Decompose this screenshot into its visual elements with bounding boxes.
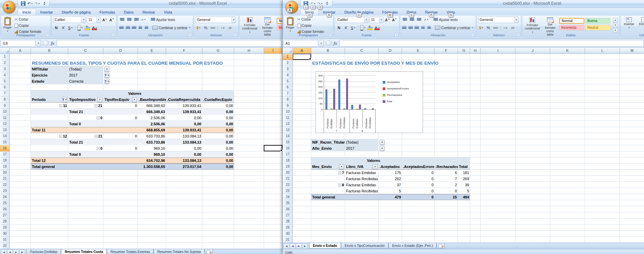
cell-C23[interactable]: Facturas Recibidas xyxy=(345,188,379,194)
sheet-tab-0[interactable]: Facturas Emitidas xyxy=(26,249,61,254)
cell-D20[interactable]: 175 xyxy=(379,170,402,176)
row-header-26[interactable]: 26 xyxy=(283,206,293,212)
cell-C15[interactable]: (Todas) xyxy=(345,139,379,145)
cell-F17[interactable]: 0,00 xyxy=(166,151,202,157)
tab-inicio[interactable]: Inicio xyxy=(18,9,36,15)
cell-F19[interactable]: 273.017,54 xyxy=(166,164,202,170)
cell-B20[interactable]: -7 xyxy=(311,170,345,176)
wrap-text-button[interactable]: Ajustar texto xyxy=(433,17,459,23)
cell-B16[interactable]: Año_Envio xyxy=(311,145,345,151)
thousands-button[interactable]: 000 xyxy=(210,25,216,31)
column-header-H[interactable]: H xyxy=(470,48,481,54)
dialog-launcher-icon[interactable]: ↘ xyxy=(395,33,398,37)
cell-G20[interactable]: 181 xyxy=(458,170,470,176)
row-header-30[interactable]: 30 xyxy=(0,231,10,237)
tab-datos[interactable]: Datos xyxy=(119,9,138,15)
sheet-first-button[interactable]: ◀ xyxy=(1,250,7,254)
filter-dropdown-button[interactable]: ▼ xyxy=(104,79,109,84)
gallery-up-icon[interactable]: ▲ xyxy=(613,18,618,23)
cell-B13[interactable]: Total 11 xyxy=(31,127,68,133)
sheet-last-button[interactable]: ▶ xyxy=(302,244,308,249)
align-center-button[interactable] xyxy=(125,25,130,31)
shrink-font-button[interactable]: A▼ xyxy=(391,17,398,23)
cell-B19[interactable]: Total general xyxy=(31,164,68,170)
paste-button[interactable]: Pegar▼ xyxy=(2,17,13,34)
row-header-12[interactable]: 12 xyxy=(0,121,10,127)
cut-button[interactable]: ✂Cortar xyxy=(14,17,42,22)
cell-G12[interactable]: 0,00 xyxy=(202,121,234,127)
increase-decimal-button[interactable]: +,0 xyxy=(502,25,508,31)
percent-button[interactable]: % xyxy=(485,25,491,31)
cell-E16[interactable]: 969,10 xyxy=(138,145,166,151)
cell-B8[interactable]: Periodo▼ xyxy=(31,97,68,103)
bold-button[interactable]: N xyxy=(53,25,59,31)
cell-G22[interactable]: 39 xyxy=(458,182,470,188)
row-header-31[interactable]: 31 xyxy=(0,237,10,243)
row-header-17[interactable]: 17 xyxy=(283,151,293,157)
collapse-icon[interactable]: - xyxy=(95,135,98,138)
font-name-combobox[interactable]: Calibri▼ xyxy=(53,17,86,23)
cell-D14[interactable]: 0 xyxy=(103,133,138,139)
cell-F18[interactable]: 133.084,13 xyxy=(166,157,202,164)
cell-F14[interactable]: 133.084,13 xyxy=(166,133,202,139)
align-bottom-button[interactable] xyxy=(416,17,422,23)
cell-G19[interactable]: Total xyxy=(458,164,470,170)
tab-dise-o-de-p-gina[interactable]: Diseño de páginaC xyxy=(340,9,378,15)
select-all-corner[interactable] xyxy=(0,48,10,54)
column-header-K[interactable]: K xyxy=(550,48,585,54)
row-header-23[interactable]: 23 xyxy=(0,188,10,194)
dialog-launcher-icon[interactable]: ↘ xyxy=(517,33,520,37)
row-header-10[interactable]: 10 xyxy=(283,109,293,115)
formula-input[interactable] xyxy=(339,40,644,47)
cell-E14[interactable]: 633.733,86 xyxy=(138,133,166,139)
align-middle-button[interactable] xyxy=(126,17,132,23)
row-header-9[interactable]: 9 xyxy=(283,103,293,109)
sheet-tab-3[interactable]: Resumen Totales No Sujetas xyxy=(154,249,205,254)
font-name-combobox[interactable]: Calibri▼ xyxy=(336,17,368,23)
name-box-dropdown-icon[interactable]: ▼ xyxy=(36,40,41,47)
cell-B2[interactable]: RESUMENES DE BASES, TIPOS Y CUOTAS PARA … xyxy=(31,60,224,66)
dropdown-button[interactable]: ▼ xyxy=(104,67,109,72)
column-header-H[interactable]: H xyxy=(234,48,264,54)
column-header-D[interactable]: D xyxy=(103,48,138,54)
undo-button[interactable]: ↶▼2 xyxy=(310,1,316,6)
grow-font-button[interactable]: A▲ xyxy=(102,17,108,23)
number-format-combobox[interactable]: General▼ xyxy=(196,17,236,23)
underline-button[interactable]: S▼ xyxy=(67,25,74,31)
decrease-decimal-button[interactable]: ,00 xyxy=(227,25,233,31)
tab-inicio[interactable]: InicioO xyxy=(300,9,319,15)
cell-F19[interactable]: .Rechazados xyxy=(435,164,458,170)
row-header-5[interactable]: 5 xyxy=(283,78,293,84)
name-box-dropdown-icon[interactable]: ▼ xyxy=(319,40,324,47)
font-name-dropdown-icon[interactable]: ▼ xyxy=(364,17,368,23)
number-format-dropdown-icon[interactable]: ▼ xyxy=(514,17,518,23)
save-button[interactable] xyxy=(20,1,26,6)
font-color-button[interactable]: A▼ xyxy=(374,25,380,31)
row-header-27[interactable]: 27 xyxy=(0,212,10,218)
conditional-format-button[interactable]: Formato condicional▼ xyxy=(241,17,258,35)
cell-C14[interactable]: -21 xyxy=(68,133,103,139)
row-header-32[interactable]: 32 xyxy=(0,243,10,249)
decrease-indent-button[interactable] xyxy=(138,25,143,31)
increase-decimal-button[interactable]: +,0 xyxy=(220,25,226,31)
row-header-15[interactable]: 15 xyxy=(283,139,293,145)
sheet-tab-1[interactable]: Envío x TipoComunicación xyxy=(341,243,388,249)
column-header-I[interactable]: I xyxy=(264,48,282,54)
row-header-28[interactable]: 28 xyxy=(0,218,10,225)
sheet-tab-2[interactable]: Envío x Estado (Ejer.,Peri.) xyxy=(388,243,437,249)
align-right-button[interactable] xyxy=(132,25,137,31)
row-header-14[interactable]: 14 xyxy=(283,133,293,139)
font-color-button[interactable]: A▼ xyxy=(92,25,98,31)
borders-button[interactable]: ▼ xyxy=(77,25,83,31)
merge-center-button[interactable]: Combinar y centrar▼ xyxy=(152,25,192,31)
cell-E9[interactable]: 666.349,63 xyxy=(138,103,166,109)
cell-style-buena[interactable]: Buena xyxy=(585,18,610,24)
cell-B15[interactable]: NIF_Razon_Titular xyxy=(311,139,345,145)
cell-D23[interactable]: 5 xyxy=(379,188,402,194)
cell-C12[interactable]: Total 0 xyxy=(68,121,103,127)
sheet-tab-2[interactable]: Resumen Totales Exentas xyxy=(107,249,154,254)
sheet-next-button[interactable]: ▶ xyxy=(13,250,19,254)
cell-G18[interactable]: 0,00 xyxy=(202,157,234,164)
font-size-combobox[interactable]: 11▼ xyxy=(87,17,101,23)
column-header-B[interactable]: B xyxy=(31,48,68,54)
